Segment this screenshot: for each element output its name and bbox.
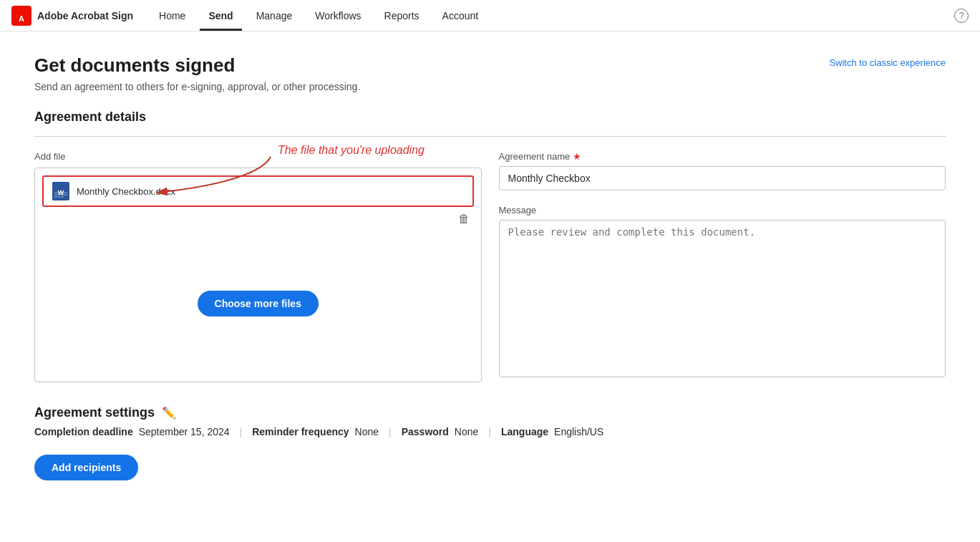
switch-classic-link[interactable]: Switch to classic experience: [829, 57, 946, 68]
right-panel: Agreement name ★ Message: [499, 151, 946, 382]
message-textarea[interactable]: [499, 220, 946, 377]
message-field: Message: [499, 205, 946, 379]
help-icon[interactable]: ?: [954, 9, 969, 23]
nav-workflows[interactable]: Workflows: [306, 1, 369, 30]
navigation: A Adobe Acrobat Sign Home Send Manage Wo…: [0, 0, 980, 32]
agreement-settings-section: Agreement settings ✏️ Completion deadlin…: [34, 405, 946, 437]
brand-name: Adobe Acrobat Sign: [37, 10, 133, 21]
settings-val-password: None: [455, 426, 478, 437]
settings-key-deadline: Completion deadline: [34, 426, 133, 437]
file-item-row: W Monthly Checkbox.docx: [42, 175, 474, 207]
page-header-text: Get documents signed Send an agreement t…: [34, 54, 360, 92]
page-content: Get documents signed Send an agreement t…: [0, 32, 980, 503]
message-label: Message: [499, 205, 946, 216]
settings-sep-1: |: [240, 426, 243, 437]
agreement-details-title: Agreement details: [34, 110, 146, 125]
required-star: ★: [573, 151, 581, 162]
agreement-details-header: Agreement details: [34, 110, 946, 130]
file-doc-icon: W: [51, 181, 71, 201]
agreement-name-field: Agreement name ★: [499, 151, 946, 190]
add-recipients-button[interactable]: Add recipients: [34, 455, 138, 480]
agreement-name-label: Agreement name ★: [499, 151, 946, 162]
add-file-label: Add file: [34, 151, 482, 162]
settings-key-language: Language: [501, 426, 548, 437]
edit-settings-icon[interactable]: ✏️: [162, 406, 176, 420]
svg-text:A: A: [19, 14, 24, 22]
settings-header: Agreement settings ✏️: [34, 405, 946, 420]
section-divider: [34, 136, 946, 137]
nav-reports[interactable]: Reports: [376, 1, 428, 30]
settings-row: Completion deadline September 15, 2024 |…: [34, 426, 946, 437]
page-header: Get documents signed Send an agreement t…: [34, 54, 946, 92]
choose-more-files-button[interactable]: Choose more files: [198, 291, 319, 316]
agreement-details-section: Agreement details The file that you're u…: [34, 110, 946, 382]
file-name: Monthly Checkbox.docx: [77, 186, 465, 197]
brand-logo: A: [11, 6, 31, 26]
settings-val-reminder: None: [355, 426, 379, 437]
delete-file-icon[interactable]: 🗑: [458, 213, 470, 226]
settings-key-reminder: Reminder frequency: [252, 426, 349, 437]
agreement-name-input[interactable]: [499, 166, 946, 190]
brand: A Adobe Acrobat Sign: [11, 6, 133, 26]
delete-icon-area: 🗑: [35, 207, 481, 226]
settings-val-deadline: September 15, 2024: [139, 426, 230, 437]
add-file-panel: Add file W Monthly Checkbox.d: [34, 151, 482, 382]
main-grid: Add file W Monthly Checkbox.d: [34, 151, 946, 382]
settings-sep-3: |: [488, 426, 491, 437]
file-drop-body: Choose more files: [35, 226, 481, 382]
nav-home[interactable]: Home: [150, 1, 194, 30]
settings-sep-2: |: [389, 426, 392, 437]
settings-val-language: English/US: [554, 426, 603, 437]
nav-manage[interactable]: Manage: [248, 1, 301, 30]
nav-account[interactable]: Account: [434, 1, 487, 30]
settings-title: Agreement settings: [34, 405, 155, 420]
page-subtitle: Send an agreement to others for e-signin…: [34, 81, 360, 92]
page-title: Get documents signed: [34, 54, 360, 77]
file-drop-area[interactable]: W Monthly Checkbox.docx 🗑 Choose more f: [34, 168, 482, 382]
settings-key-password: Password: [402, 426, 449, 437]
nav-send[interactable]: Send: [200, 1, 241, 30]
